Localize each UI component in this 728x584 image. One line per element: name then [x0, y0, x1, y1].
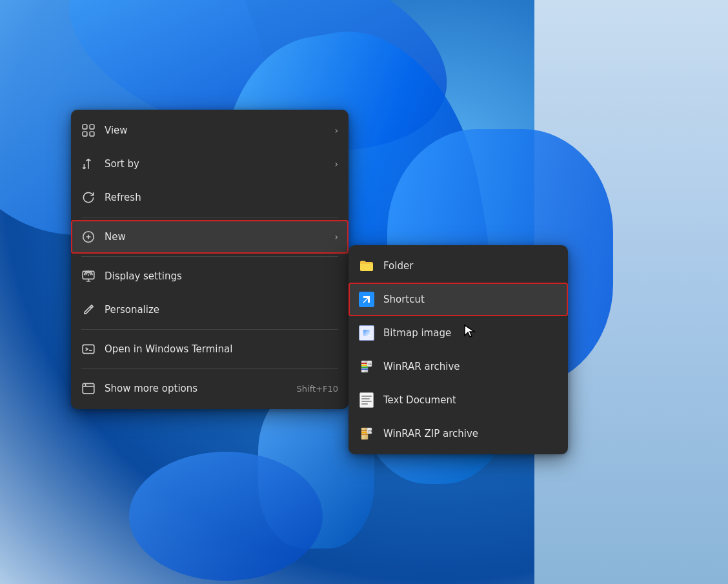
menu-item-new-label: New — [105, 231, 325, 243]
grid-icon — [81, 123, 96, 137]
svg-rect-14 — [361, 368, 368, 370]
main-context-menu: View › Sort by › Refresh — [71, 110, 349, 409]
menu-item-view-label: View — [105, 125, 325, 136]
svg-rect-13 — [361, 367, 368, 368]
submenu-item-textdoc-label: Text Document — [383, 394, 558, 406]
submenu-item-shortcut[interactable]: Shortcut — [349, 283, 568, 316]
chevron-icon: › — [334, 232, 338, 242]
menu-item-personalize-label: Personalize — [105, 304, 338, 316]
svg-rect-1 — [90, 125, 94, 129]
bitmap-icon — [359, 325, 374, 341]
menu-item-new[interactable]: New › — [71, 220, 349, 254]
svg-rect-21 — [361, 434, 368, 435]
svg-rect-12 — [361, 365, 368, 366]
svg-rect-20 — [361, 432, 368, 433]
menu-item-terminal[interactable]: Open in Windows Terminal — [71, 332, 349, 366]
menu-item-sort-label: Sort by — [105, 158, 325, 170]
divider-3 — [81, 329, 338, 330]
chevron-icon: › — [334, 125, 338, 136]
terminal-icon — [81, 342, 96, 356]
folder-icon — [359, 258, 374, 274]
submenu-item-winrar[interactable]: RAR WinRAR archive — [349, 350, 568, 383]
submenu-item-bitmap-label: Bitmap image — [383, 327, 558, 339]
menu-item-personalize[interactable]: Personalize — [71, 293, 349, 327]
winrarziparchive-icon: ZIP — [359, 426, 374, 441]
submenu-item-winrarziparchive[interactable]: ZIP WinRAR ZIP archive — [349, 417, 568, 450]
submenu-item-folder[interactable]: Folder — [349, 249, 568, 283]
svg-point-6 — [88, 274, 89, 276]
svg-rect-2 — [83, 132, 87, 136]
submenu-item-shortcut-label: Shortcut — [383, 294, 558, 305]
submenu-item-winrarziparchive-label: WinRAR ZIP archive — [383, 428, 558, 439]
divider-4 — [81, 368, 338, 369]
context-menu-area: View › Sort by › Refresh — [71, 110, 349, 409]
menu-item-display-label: Display settings — [105, 270, 338, 282]
menu-item-more-label: Show more options — [105, 383, 288, 394]
shortcut-icon — [359, 292, 374, 307]
menu-item-refresh-label: Refresh — [105, 192, 338, 203]
svg-rect-19 — [361, 430, 368, 431]
chevron-icon: › — [334, 159, 338, 169]
refresh-icon — [81, 190, 96, 205]
textdoc-icon — [359, 392, 374, 408]
submenu-item-winrar-label: WinRAR archive — [383, 361, 558, 372]
menu-item-more[interactable]: Show more options Shift+F10 — [71, 372, 349, 405]
submenu-item-folder-label: Folder — [383, 260, 558, 272]
menu-item-more-shortcut: Shift+F10 — [297, 384, 338, 394]
divider-2 — [81, 256, 338, 257]
menu-item-display[interactable]: Display settings — [71, 259, 349, 293]
new-submenu: Folder Shortcut Bitmap image — [349, 245, 568, 454]
sort-icon — [81, 157, 96, 171]
menu-item-refresh[interactable]: Refresh — [71, 181, 349, 214]
menu-item-terminal-label: Open in Windows Terminal — [105, 343, 338, 355]
new-icon — [81, 230, 96, 244]
divider-1 — [81, 217, 338, 217]
winrar-icon: RAR — [359, 359, 374, 374]
svg-rect-0 — [83, 125, 87, 129]
svg-rect-3 — [90, 132, 94, 136]
display-icon — [81, 269, 96, 283]
svg-rect-11 — [361, 363, 368, 364]
svg-text:RAR: RAR — [369, 362, 374, 366]
submenu-item-bitmap[interactable]: Bitmap image — [349, 316, 568, 350]
menu-item-view[interactable]: View › — [71, 114, 349, 147]
more-icon — [81, 381, 96, 396]
svg-text:ZIP: ZIP — [368, 429, 374, 433]
svg-rect-8 — [83, 383, 94, 393]
submenu-item-textdoc[interactable]: Text Document — [349, 383, 568, 417]
personalize-icon — [81, 303, 96, 317]
menu-item-sort[interactable]: Sort by › — [71, 147, 349, 181]
